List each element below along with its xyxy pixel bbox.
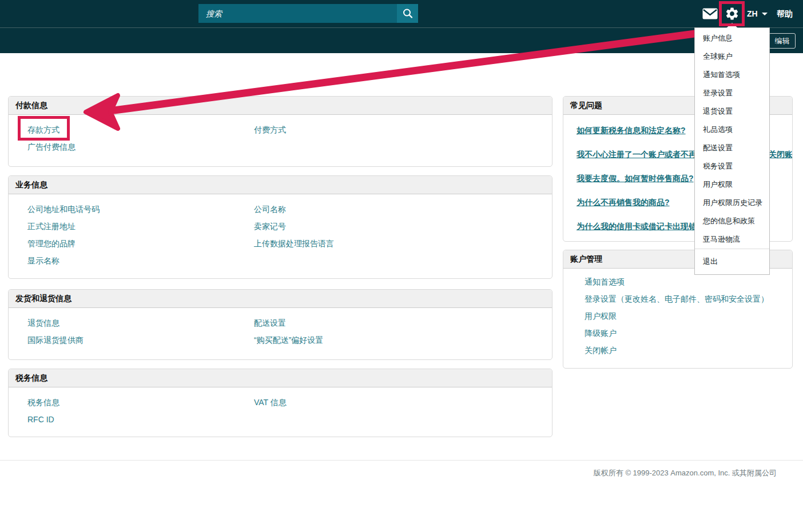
language-selector[interactable]: ZH bbox=[747, 8, 768, 19]
footer-copyright: 版权所有 © 1999-2023 Amazon.com, Inc. 或其附属公司 bbox=[594, 468, 777, 478]
settings-menu-item[interactable]: 通知首选项 bbox=[695, 66, 769, 84]
payment-link[interactable]: 付费方式 bbox=[254, 121, 286, 138]
settings-menu-item[interactable]: 退货设置 bbox=[695, 102, 769, 121]
settings-menu-item[interactable]: 账户信息 bbox=[695, 29, 769, 47]
settings-menu-item[interactable]: 税务设置 bbox=[695, 157, 769, 175]
settings-menu-item[interactable]: 您的信息和政策 bbox=[695, 212, 769, 230]
edit-button[interactable]: 编辑 bbox=[769, 33, 796, 49]
tax-links: 税务信息VAT 信息RFC ID bbox=[9, 387, 552, 428]
business-link[interactable]: 显示名称 bbox=[27, 252, 59, 269]
mail-icon bbox=[702, 8, 718, 19]
business-link[interactable]: 公司地址和电话号码 bbox=[27, 201, 100, 218]
account-management-link[interactable]: 关闭帐户 bbox=[585, 342, 792, 359]
settings-menu-item[interactable]: 用户权限 bbox=[695, 175, 769, 194]
account-management-link[interactable]: 用户权限 bbox=[585, 307, 792, 325]
top-navigation-bar: ZH 帮助 bbox=[0, 0, 803, 27]
shipping-returns-panel: 发货和退货信息 退货信息配送设置国际退货提供商“购买配送”偏好设置 bbox=[8, 289, 552, 360]
business-links: 公司地址和电话号码公司名称正式注册地址卖家记号管理您的品牌上传数据处理报告语言显… bbox=[9, 194, 552, 269]
signout-menu-item[interactable]: 退出 bbox=[695, 249, 769, 274]
footer-divider bbox=[0, 460, 803, 461]
search-bar bbox=[198, 4, 418, 23]
panel-title-payment: 付款信息 bbox=[9, 97, 552, 115]
tax-link[interactable]: RFC ID bbox=[27, 411, 54, 428]
page-header-band bbox=[0, 27, 803, 53]
account-management-link[interactable]: 通知首选项 bbox=[585, 273, 792, 290]
panel-title-shipping: 发货和退货信息 bbox=[9, 290, 552, 308]
business-link[interactable]: 管理您的品牌 bbox=[27, 235, 75, 252]
shipping-link[interactable]: 国际退货提供商 bbox=[27, 331, 84, 349]
dropdown-caret-icon bbox=[726, 23, 738, 28]
business-link[interactable]: 公司名称 bbox=[254, 201, 286, 218]
settings-button[interactable] bbox=[725, 6, 740, 21]
shipping-link[interactable]: “购买配送”偏好设置 bbox=[254, 331, 323, 349]
settings-menu-item[interactable]: 礼品选项 bbox=[695, 121, 769, 139]
chevron-down-icon bbox=[762, 13, 768, 15]
business-info-panel: 业务信息 公司地址和电话号码公司名称正式注册地址卖家记号管理您的品牌上传数据处理… bbox=[8, 175, 552, 279]
account-management-link[interactable]: 降级账户 bbox=[585, 325, 792, 342]
gear-icon bbox=[725, 6, 740, 21]
shipping-link[interactable]: 退货信息 bbox=[27, 314, 59, 331]
settings-menu-item[interactable]: 配送设置 bbox=[695, 139, 769, 157]
panel-title-tax: 税务信息 bbox=[9, 369, 552, 387]
tax-link[interactable]: 税务信息 bbox=[27, 394, 59, 411]
payment-info-panel: 付款信息 存款方式付费方式广告付费信息 bbox=[8, 96, 552, 167]
account-management-link[interactable]: 登录设置（更改姓名、电子邮件、密码和安全设置） bbox=[585, 290, 792, 307]
messages-button[interactable] bbox=[702, 8, 718, 19]
language-label: ZH bbox=[747, 9, 758, 18]
search-input[interactable] bbox=[198, 4, 397, 23]
settings-menu-items: 账户信息全球账户通知首选项登录设置退货设置礼品选项配送设置税务设置用户权限用户权… bbox=[695, 28, 769, 249]
payment-link[interactable]: 存款方式 bbox=[27, 121, 59, 138]
settings-menu-item[interactable]: 亚马逊物流 bbox=[695, 230, 769, 249]
payment-link[interactable]: 广告付费信息 bbox=[27, 138, 75, 155]
shipping-link[interactable]: 配送设置 bbox=[254, 314, 286, 331]
search-button[interactable] bbox=[397, 4, 418, 23]
panel-title-business: 业务信息 bbox=[9, 176, 552, 194]
settings-dropdown-menu: 账户信息全球账户通知首选项登录设置退货设置礼品选项配送设置税务设置用户权限用户权… bbox=[694, 27, 770, 275]
business-link[interactable]: 上传数据处理报告语言 bbox=[254, 235, 334, 252]
tax-info-panel: 税务信息 税务信息VAT 信息RFC ID bbox=[8, 369, 552, 437]
search-icon bbox=[402, 7, 414, 20]
business-link[interactable]: 卖家记号 bbox=[254, 218, 286, 235]
settings-menu-item[interactable]: 登录设置 bbox=[695, 84, 769, 102]
account-management-links: 通知首选项登录设置（更改姓名、电子邮件、密码和安全设置）用户权限降级账户关闭帐户 bbox=[563, 269, 792, 359]
shipping-links: 退货信息配送设置国际退货提供商“购买配送”偏好设置 bbox=[9, 308, 552, 349]
help-link[interactable]: 帮助 bbox=[777, 9, 793, 19]
settings-menu-item[interactable]: 全球账户 bbox=[695, 47, 769, 66]
payment-links: 存款方式付费方式广告付费信息 bbox=[9, 115, 552, 155]
tax-link[interactable]: VAT 信息 bbox=[254, 394, 287, 411]
settings-menu-item[interactable]: 用户权限历史记录 bbox=[695, 194, 769, 212]
business-link[interactable]: 正式注册地址 bbox=[27, 218, 75, 235]
